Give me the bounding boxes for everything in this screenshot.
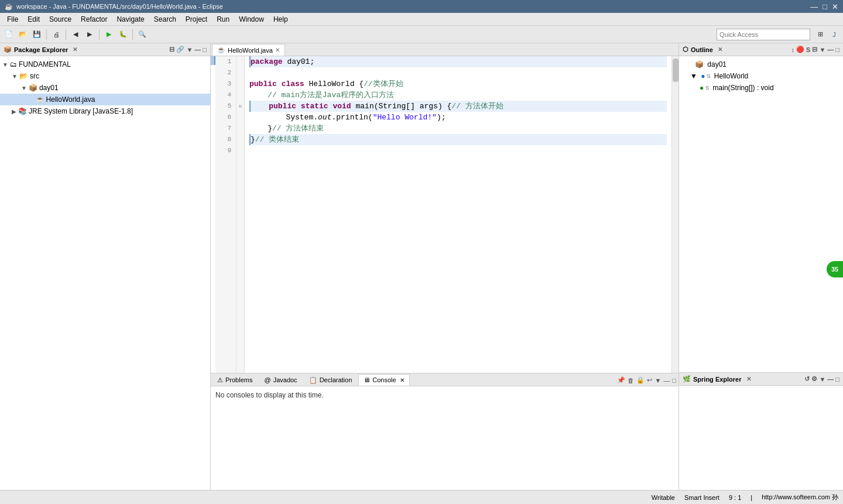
outline-item-day01[interactable]: 📦 day01 — [681, 59, 841, 70]
menu-item-window[interactable]: Window — [234, 13, 269, 25]
main-layout: 📦 Package Explorer ✕ ⊟ 🔗 ▼ — □ ▼ 🗂 FUNDA… — [0, 43, 843, 490]
toolbar-java-perspective-btn[interactable]: J — [828, 28, 841, 41]
line-num-7: 7 — [220, 123, 231, 134]
menu-item-refactor[interactable]: Refactor — [76, 13, 112, 25]
outline-close-icon[interactable]: ✕ — [718, 46, 722, 53]
console-close-icon[interactable]: ✕ — [400, 377, 405, 383]
minimize-button[interactable]: — — [810, 2, 818, 11]
editor-vscrollbar[interactable] — [671, 56, 678, 373]
editor-tab-helloworld[interactable]: ☕ HelloWorld.java ✕ — [212, 44, 285, 56]
line-num-8: 8 — [220, 134, 231, 145]
toolbar-debug-btn[interactable]: 🐛 — [116, 28, 129, 41]
line-num-6: 6 — [220, 112, 231, 123]
tree-item-helloworld[interactable]: ☕ HelloWorld.java — [0, 94, 210, 105]
toolbar-sep-1 — [46, 29, 47, 40]
outline-item-main[interactable]: ● S main(String[]) : void — [681, 82, 841, 94]
console-min-icon[interactable]: — — [663, 377, 670, 384]
outline-max-icon[interactable]: □ — [835, 46, 839, 53]
menu-item-run[interactable]: Run — [212, 13, 234, 25]
spring-icon: 🌿 — [683, 375, 691, 383]
quick-access-input[interactable] — [717, 29, 810, 40]
toolbar-next-edit-btn[interactable]: ▶ — [83, 28, 96, 41]
menu-item-search[interactable]: Search — [149, 13, 181, 25]
console-max-icon[interactable]: □ — [672, 377, 676, 384]
package-explorer-label: Package Explorer — [14, 46, 68, 53]
tree-item-day01[interactable]: ▼ 📦 day01 — [0, 82, 210, 94]
code-lines[interactable]: package day01; public class HelloWorld {… — [245, 56, 671, 373]
toolbar-open-btn[interactable]: 📂 — [16, 28, 29, 41]
status-right: Writable Smart Insert 9 : 1 | http://www… — [652, 493, 838, 502]
explorer-collapse-icon[interactable]: ⊟ — [169, 46, 174, 53]
tree-icon-day01: 📦 — [29, 84, 37, 92]
collapse-5[interactable]: ⊖ — [237, 101, 244, 112]
collapse-3 — [237, 78, 244, 90]
toolbar-prev-edit-btn[interactable]: ◀ — [69, 28, 82, 41]
tab-icon: ☕ — [217, 46, 225, 54]
tree-label-helloworld: HelloWorld.java — [46, 95, 95, 104]
spring-refresh-icon[interactable]: ↺ — [804, 375, 810, 383]
menu-item-navigate[interactable]: Navigate — [112, 13, 149, 25]
explorer-menu-icon[interactable]: ▼ — [186, 46, 193, 53]
collapse-4 — [237, 90, 244, 101]
outline-main-superscript: S — [705, 85, 709, 91]
tree-arrow-src: ▼ — [12, 73, 18, 80]
menu-item-file[interactable]: File — [2, 13, 23, 25]
package-explorer-header: 📦 Package Explorer ✕ ⊟ 🔗 ▼ — □ — [0, 43, 210, 56]
tree-icon-helloworld: ☕ — [36, 95, 44, 104]
tree-arrow-jre: ▶ — [12, 108, 16, 115]
code-line-6: System. out .println( "Hello World!" ); — [249, 112, 667, 123]
toolbar-perspective-btn[interactable]: ⊞ — [814, 28, 827, 41]
menu-item-help[interactable]: Help — [269, 13, 293, 25]
collapse-6 — [237, 112, 244, 123]
console-menu-icon[interactable]: ▼ — [654, 377, 661, 384]
explorer-min-icon[interactable]: — — [194, 46, 201, 53]
tree-item-fundamental[interactable]: ▼ 🗂 FUNDAMENTAL — [0, 59, 210, 70]
explorer-max-icon[interactable]: □ — [203, 46, 207, 53]
console-word-wrap-icon[interactable]: ↩ — [647, 376, 652, 384]
toolbar-sep-3 — [99, 29, 100, 40]
spring-config-icon[interactable]: ⚙ — [811, 375, 817, 383]
menu-item-project[interactable]: Project — [181, 13, 212, 25]
explorer-link-icon[interactable]: 🔗 — [176, 46, 184, 53]
tree-item-src[interactable]: ▼ 📂 src — [0, 70, 210, 82]
tab-console[interactable]: 🖥 Console ✕ — [358, 374, 409, 386]
toolbar-search-btn[interactable]: 🔍 — [136, 28, 149, 41]
tab-declaration[interactable]: 📋 Declaration — [304, 374, 358, 386]
line-markers — [211, 56, 215, 373]
maximize-button[interactable]: □ — [823, 2, 827, 11]
outline-menu-icon[interactable]: ▼ — [819, 46, 825, 53]
outline-collapse-icon[interactable]: ⊟ — [812, 46, 817, 53]
collapse-8 — [237, 134, 244, 145]
tree-item-jre[interactable]: ▶ 📚 JRE System Library [JavaSE-1.8] — [0, 105, 210, 117]
toolbar-run-btn[interactable]: ▶ — [102, 28, 115, 41]
toolbar-save-btn[interactable]: 💾 — [30, 28, 43, 41]
toolbar-new-btn[interactable]: 📄 — [2, 28, 15, 41]
outline-item-helloworld[interactable]: ▼ ● S HelloWorld — [681, 70, 841, 82]
spring-min-icon[interactable]: — — [827, 376, 834, 383]
console-pin-icon[interactable]: 📌 — [617, 376, 625, 384]
tab-javadoc[interactable]: @ Javadoc — [259, 374, 302, 386]
code-editor[interactable]: 1 2 3 4 5 6 7 8 9 — [211, 56, 678, 373]
console-clear-icon[interactable]: 🗑 — [628, 377, 634, 384]
package-explorer-close-icon[interactable]: ✕ — [73, 46, 77, 53]
code-line-3: public class HelloWorld { //类体开始 — [249, 78, 667, 90]
tree-icon-src: 📂 — [19, 72, 28, 80]
outline-hide-fields-icon[interactable]: 🔴 — [796, 46, 804, 53]
toolbar-print-btn[interactable]: 🖨 — [50, 28, 63, 41]
tab-close-icon[interactable]: ✕ — [275, 47, 280, 53]
tab-problems[interactable]: ⚠ Problems — [212, 374, 258, 386]
problems-icon: ⚠ — [217, 376, 223, 384]
menu-item-source[interactable]: Source — [44, 13, 76, 25]
menu-item-edit[interactable]: Edit — [23, 13, 44, 25]
spring-close-icon[interactable]: ✕ — [746, 376, 751, 382]
spring-max-icon[interactable]: □ — [835, 376, 839, 383]
javadoc-icon: @ — [264, 376, 270, 383]
green-circle-button[interactable]: 35 — [827, 261, 843, 277]
code-line-4: // main方法是Java程序的入口方法 — [249, 90, 667, 101]
outline-hide-static-icon[interactable]: S — [806, 46, 810, 53]
outline-sort-icon[interactable]: ↕ — [791, 46, 795, 53]
close-button[interactable]: ✕ — [832, 2, 838, 11]
spring-menu-icon[interactable]: ▼ — [819, 376, 825, 383]
console-scroll-lock-icon[interactable]: 🔒 — [636, 376, 645, 384]
outline-min-icon[interactable]: — — [827, 46, 834, 53]
